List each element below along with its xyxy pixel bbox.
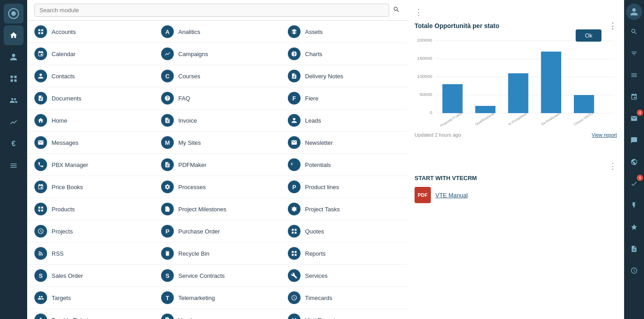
module-item-sales-order[interactable]: SSales Order bbox=[27, 265, 154, 287]
module-item-charts[interactable]: Charts bbox=[281, 43, 407, 65]
bar-proposto bbox=[442, 84, 463, 113]
svg-rect-8 bbox=[38, 32, 40, 34]
module-item-recycle-bin[interactable]: Recycle Bin bbox=[154, 243, 281, 265]
module-icon-courses: C bbox=[161, 70, 174, 82]
svg-text:200000: 200000 bbox=[417, 38, 433, 43]
svg-rect-12 bbox=[41, 207, 43, 209]
globe-right-icon[interactable] bbox=[624, 152, 644, 172]
module-name-sales-order: Sales Order bbox=[52, 272, 83, 279]
module-item-pbx-manager[interactable]: PBX Manager bbox=[27, 154, 154, 176]
module-name-potentials: Potentials bbox=[305, 162, 331, 168]
bolt-right-icon[interactable] bbox=[624, 195, 644, 215]
module-item-faq[interactable]: FAQ bbox=[154, 87, 281, 110]
module-name-home: Home bbox=[52, 117, 67, 124]
module-item-service-contracts[interactable]: SService Contracts bbox=[154, 265, 281, 287]
module-item-rss[interactable]: RSS bbox=[27, 243, 154, 265]
svg-rect-6 bbox=[38, 29, 40, 31]
module-item-product-lines[interactable]: PProduct lines bbox=[281, 176, 407, 198]
search-button[interactable] bbox=[393, 6, 400, 15]
filter-right-icon[interactable] bbox=[624, 43, 644, 63]
doc-right-icon[interactable] bbox=[624, 239, 644, 259]
chart-dots-left[interactable]: ⋮ bbox=[415, 7, 423, 17]
module-item-messages[interactable]: Messages bbox=[27, 132, 154, 154]
user-avatar[interactable] bbox=[626, 4, 642, 20]
view-report-link[interactable]: View report bbox=[592, 132, 617, 138]
module-item-home[interactable]: Home bbox=[27, 110, 154, 132]
svg-rect-9 bbox=[41, 32, 43, 34]
module-item-products[interactable]: Products bbox=[27, 198, 154, 220]
module-name-campaigns: Campaigns bbox=[178, 51, 208, 57]
start-menu-icon[interactable]: ⋮ bbox=[609, 161, 617, 171]
module-item-my-sites[interactable]: MMy Sites bbox=[154, 132, 281, 154]
module-icon-charts bbox=[288, 48, 301, 60]
module-item-vendors[interactable]: Vendors bbox=[154, 309, 281, 319]
module-icon-quotes bbox=[288, 225, 301, 238]
module-name-my-sites: My Sites bbox=[178, 139, 201, 146]
vte-manual-link[interactable]: VTE Manual bbox=[435, 192, 468, 199]
module-item-assets[interactable]: Assets bbox=[281, 21, 407, 43]
module-icon-rss bbox=[34, 247, 47, 260]
module-item-analitics[interactable]: AAnalitics bbox=[154, 21, 281, 43]
svg-text:In Prospettiva: In Prospettiva bbox=[507, 112, 528, 126]
svg-text:Qualificazione: Qualificazione bbox=[474, 112, 495, 126]
module-name-accounts: Accounts bbox=[52, 29, 76, 35]
person-sidebar-icon[interactable] bbox=[4, 47, 24, 67]
module-item-trouble-tickets[interactable]: Trouble Tickets bbox=[27, 309, 154, 319]
module-name-visit-report: Visit Report bbox=[305, 317, 335, 319]
search-input[interactable] bbox=[34, 4, 389, 17]
users-sidebar-icon[interactable] bbox=[4, 90, 24, 110]
module-item-calendar[interactable]: Calendar bbox=[27, 43, 154, 65]
pdf-icon: PDF bbox=[415, 187, 431, 203]
module-name-reports: Reports bbox=[305, 250, 326, 257]
ok-button[interactable]: Ok bbox=[576, 29, 601, 42]
star-right-icon[interactable] bbox=[624, 217, 644, 237]
module-icon-my-sites: M bbox=[161, 136, 174, 149]
module-item-visit-report[interactable]: VVisit Report bbox=[281, 309, 407, 319]
module-item-accounts[interactable]: Accounts bbox=[27, 21, 154, 43]
calendar-right-icon[interactable] bbox=[624, 87, 644, 107]
module-item-purchase-order[interactable]: PPurchase Order bbox=[154, 220, 281, 243]
module-item-campaigns[interactable]: Campaigns bbox=[154, 43, 281, 65]
module-item-newsletter[interactable]: Newsletter bbox=[281, 132, 407, 154]
module-item-reports[interactable]: Reports bbox=[281, 243, 407, 265]
module-item-pdfmaker[interactable]: PDFMaker bbox=[154, 154, 281, 176]
module-icon-fiere: F bbox=[288, 92, 301, 105]
module-item-documents[interactable]: Documents bbox=[27, 87, 154, 110]
module-icon-invoice bbox=[161, 114, 174, 127]
module-item-contacts[interactable]: Contacts bbox=[27, 65, 154, 87]
module-item-targets[interactable]: Targets bbox=[27, 287, 154, 309]
module-item-services[interactable]: Services bbox=[281, 265, 407, 287]
module-item-courses[interactable]: CCourses bbox=[154, 65, 281, 87]
logo-icon[interactable] bbox=[4, 4, 24, 24]
module-item-projects[interactable]: Projects bbox=[27, 220, 154, 243]
module-item-telemarketing[interactable]: TTelemarketing bbox=[154, 287, 281, 309]
module-item-fiere[interactable]: FFiere bbox=[281, 87, 407, 110]
module-name-courses: Courses bbox=[178, 73, 200, 80]
euro-sidebar-icon[interactable]: € bbox=[4, 134, 24, 154]
chat-right-icon[interactable] bbox=[624, 130, 644, 150]
home-sidebar-icon[interactable] bbox=[4, 25, 24, 45]
vte-manual-item[interactable]: PDF VTE Manual bbox=[415, 187, 617, 203]
chart-sidebar-icon[interactable] bbox=[4, 112, 24, 132]
module-item-leads[interactable]: Leads bbox=[281, 110, 407, 132]
dashboard-sidebar-icon[interactable] bbox=[4, 69, 24, 89]
module-name-messages: Messages bbox=[52, 139, 78, 146]
module-item-processes[interactable]: Processes bbox=[154, 176, 281, 198]
module-item-timecards[interactable]: Timecards bbox=[281, 287, 407, 309]
clock-right-icon[interactable] bbox=[624, 261, 644, 281]
module-item-invoice[interactable]: Invoice bbox=[154, 110, 281, 132]
module-icon-calendar bbox=[34, 48, 47, 60]
module-item-potentials[interactable]: €Potentials bbox=[281, 154, 407, 176]
menu-sidebar-icon[interactable] bbox=[4, 156, 24, 176]
search-right-icon[interactable] bbox=[624, 22, 644, 42]
svg-rect-2 bbox=[10, 76, 13, 78]
module-item-project-tasks[interactable]: Project Tasks bbox=[281, 198, 407, 220]
svg-rect-15 bbox=[292, 229, 294, 231]
list-right-icon[interactable] bbox=[624, 65, 644, 85]
module-item-quotes[interactable]: Quotes bbox=[281, 220, 407, 243]
module-item-price-books[interactable]: Price Books bbox=[27, 176, 154, 198]
svg-rect-23 bbox=[295, 254, 296, 256]
module-item-delivery-notes[interactable]: Delivery Notes bbox=[281, 65, 407, 87]
chart-menu-icon[interactable]: ⋮ bbox=[609, 21, 617, 31]
module-item-project-milestones[interactable]: Project Milestones bbox=[154, 198, 281, 220]
